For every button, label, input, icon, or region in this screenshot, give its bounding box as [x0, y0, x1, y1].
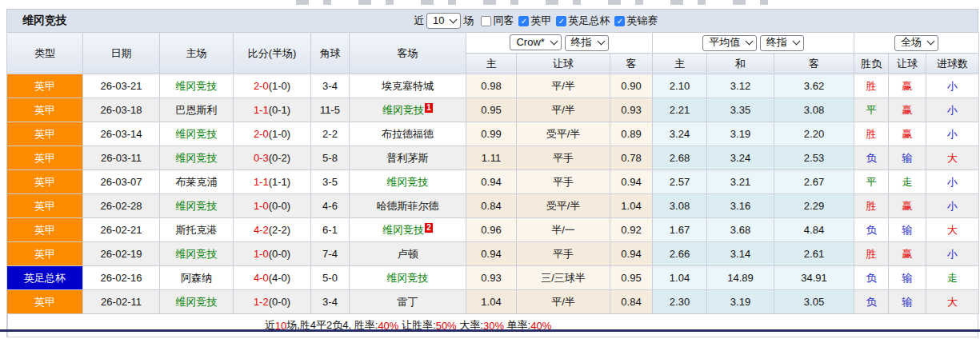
away-team-name[interactable]: 卢顿	[398, 248, 418, 260]
home-team-name[interactable]: 维冈竞技	[176, 128, 218, 140]
col-header-result: 胜负	[854, 54, 889, 74]
chevron-down-icon	[927, 38, 935, 46]
away-team-name[interactable]: 维冈竞技	[387, 176, 429, 188]
away-team-cell[interactable]: 布拉德福德	[350, 122, 466, 146]
avg-home-odds: 2.21	[653, 98, 707, 122]
home-team-cell[interactable]: 维冈竞技	[160, 146, 234, 170]
away-team-cell[interactable]: 卢顿	[350, 242, 466, 266]
filter-checkbox-英足总杯[interactable]: ✓英足总杯	[556, 14, 610, 28]
avg-away-odds: 2.29	[774, 194, 854, 218]
date-cell: 26-02-28	[83, 194, 160, 218]
home-team-cell[interactable]: 维冈竞技	[160, 242, 234, 266]
home-team-name[interactable]: 阿森纳	[181, 272, 212, 284]
home-team-name[interactable]: 布莱克浦	[176, 176, 218, 188]
home-team-name[interactable]: 维冈竞技	[176, 296, 218, 308]
scope-select[interactable]: 全场	[894, 35, 938, 51]
result-cell: 平	[854, 98, 889, 122]
match-history-table: 类型 日期 主场 比分(半场) 角球 客场 Crow* 终指	[6, 32, 979, 314]
recent-count-value: 10	[433, 14, 444, 26]
final-odds-select-2[interactable]: 终指	[760, 35, 804, 51]
away-team-name[interactable]: 哈德斯菲尔德	[377, 200, 439, 212]
away-team-name[interactable]: 雷丁	[398, 296, 418, 308]
away-team-cell[interactable]: 维冈竞技2	[350, 218, 466, 242]
fulltime-score: 2-0	[254, 80, 269, 92]
result-cell: 平	[854, 170, 889, 194]
away-team-cell[interactable]: 维冈竞技	[350, 170, 466, 194]
league-cell: 英甲	[7, 74, 83, 98]
recent-count-select[interactable]: 10	[426, 13, 461, 29]
corners-cell: 11-5	[311, 98, 350, 122]
home-team-cell[interactable]: 布莱克浦	[160, 170, 234, 194]
score-cell: 4-0(4-0)	[234, 266, 311, 290]
bookmaker-select[interactable]: Crow*	[510, 34, 561, 50]
crow-home-odds: 1.04	[466, 290, 517, 314]
checkbox-checked-icon[interactable]: ✓	[614, 16, 625, 26]
away-team-name[interactable]: 普利茅斯	[387, 152, 429, 164]
match-row: 英甲26-03-11维冈竞技0-3(0-2)5-8普利茅斯1.11平手0.782…	[7, 146, 979, 170]
home-team-name[interactable]: 维冈竞技	[176, 152, 218, 164]
away-team-name[interactable]: 布拉德福德	[382, 128, 434, 140]
halftime-score: (4-0)	[269, 272, 290, 284]
home-team-cell[interactable]: 维冈竞技	[160, 290, 234, 314]
handicap-result-cell: 走	[889, 170, 926, 194]
home-team-cell[interactable]: 维冈竞技	[160, 122, 234, 146]
score-cell: 2-0(1-0)	[234, 74, 311, 98]
home-team-cell[interactable]: 巴恩斯利	[160, 98, 234, 122]
avg-draw-odds: 3.19	[707, 122, 774, 146]
home-team-name[interactable]: 维冈竞技	[176, 200, 218, 212]
fulltime-score: 1-1	[254, 104, 269, 116]
filter-checkbox-英锦赛[interactable]: ✓英锦赛	[614, 14, 658, 28]
home-team-name[interactable]: 维冈竞技	[176, 248, 218, 260]
home-team-name[interactable]: 维冈竞技	[176, 80, 218, 92]
avg-home-odds: 2.68	[653, 146, 707, 170]
result-cell: 负	[854, 146, 889, 170]
score-cell: 4-2(2-2)	[234, 218, 311, 242]
filter-checkbox-英甲[interactable]: ✓英甲	[518, 14, 551, 28]
away-team-name[interactable]: 埃克塞特城	[382, 80, 434, 92]
average-select[interactable]: 平均值	[702, 35, 757, 51]
goals-result-cell: 小	[926, 194, 979, 218]
away-team-cell[interactable]: 埃克塞特城	[350, 74, 466, 98]
home-team-cell[interactable]: 维冈竞技	[160, 194, 234, 218]
away-team-cell[interactable]: 雷丁	[350, 290, 466, 314]
avg-away-odds: 34.91	[774, 266, 854, 290]
away-team-name[interactable]: 维冈竞技	[387, 272, 429, 284]
away-team-cell[interactable]: 维冈竞技	[350, 266, 466, 290]
away-team-cell[interactable]: 维冈竞技1	[350, 98, 466, 122]
match-row: 英甲26-02-21斯托克港4-2(2-2)6-1维冈竞技20.96半/一0.9…	[7, 218, 979, 242]
away-team-cell[interactable]: 哈德斯菲尔德	[350, 194, 466, 218]
crow-away-odds: 0.78	[610, 146, 653, 170]
crow-home-odds: 0.94	[466, 242, 517, 266]
away-team-cell[interactable]: 普利茅斯	[350, 146, 466, 170]
date-cell: 26-02-16	[83, 266, 160, 290]
home-team-cell[interactable]: 阿森纳	[160, 266, 234, 290]
checkbox-checked-icon[interactable]: ✓	[518, 16, 529, 26]
score-cell: 1-0(0-0)	[234, 242, 311, 266]
avg-home-odds: 1.04	[653, 266, 707, 290]
handicap-cell: 平手	[517, 242, 610, 266]
chevron-down-icon	[746, 38, 754, 46]
red-card-badge: 1	[425, 103, 433, 113]
col-header-home: 主场	[160, 33, 234, 74]
checkbox-checked-icon[interactable]: ✓	[556, 16, 566, 26]
handicap-cell: 三/三球半	[517, 266, 610, 290]
checkbox-unchecked-icon[interactable]	[481, 16, 491, 26]
final-odds-select-1[interactable]: 终指	[565, 35, 609, 51]
away-team-name[interactable]: 维冈竞技	[382, 224, 424, 236]
col-header-away: 客场	[350, 33, 466, 74]
crow-away-odds: 0.89	[610, 122, 653, 146]
avg-away-odds: 2.61	[774, 242, 854, 266]
home-team-name[interactable]: 巴恩斯利	[176, 104, 218, 116]
filter-checkbox-同客[interactable]: 同客	[481, 14, 514, 28]
handicap-result-cell: 输	[889, 146, 926, 170]
page-title: 维冈竞技	[22, 14, 67, 28]
home-team-cell[interactable]: 维冈竞技	[160, 74, 234, 98]
avg-draw-odds: 3.16	[707, 194, 774, 218]
crow-away-odds: 0.95	[610, 266, 653, 290]
fulltime-score: 2-0	[254, 128, 269, 140]
home-team-cell[interactable]: 斯托克港	[160, 218, 234, 242]
col-header-handicap-result: 让球	[889, 54, 926, 74]
crow-home-odds: 0.98	[466, 74, 517, 98]
home-team-name[interactable]: 斯托克港	[176, 224, 218, 236]
away-team-name[interactable]: 维冈竞技	[382, 104, 424, 116]
